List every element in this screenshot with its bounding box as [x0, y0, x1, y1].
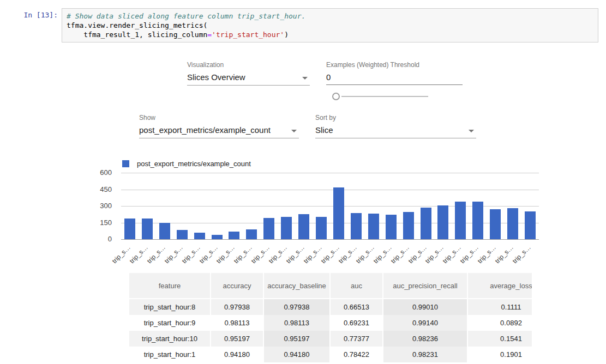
bar[interactable] — [525, 211, 536, 239]
bar[interactable] — [281, 217, 292, 239]
table-cell: 0.94180 — [264, 347, 331, 362]
table-cell: 0.69231 — [331, 315, 383, 331]
table-row: trip_start_hour:100.951970.951970.773770… — [129, 331, 532, 347]
show-label: Show — [139, 114, 299, 122]
table-cell: trip_start_hour:1 — [129, 347, 211, 362]
slider-track — [341, 96, 428, 97]
column-header[interactable]: accuracy_baseline — [264, 273, 331, 299]
column-header[interactable]: auc — [331, 273, 383, 299]
bar[interactable] — [490, 209, 501, 239]
table-cell: trip_start_hour:10 — [129, 331, 211, 347]
cell-prompt: In [13]: — [12, 11, 58, 19]
bar[interactable] — [507, 208, 518, 239]
table-row: trip_start_hour:80.979380.979380.665130.… — [129, 299, 532, 315]
column-header[interactable]: auc_precision_recall — [383, 273, 468, 299]
table-cell: 0.1901 — [468, 347, 532, 362]
code-line: tfma_result_1, slicing_column='trip_star… — [67, 30, 593, 39]
gridline — [121, 173, 539, 173]
bar[interactable] — [124, 219, 135, 239]
y-axis-tick: 450 — [87, 185, 112, 193]
table-cell: trip_start_hour:8 — [129, 299, 211, 315]
table-cell: trip_start_hour:9 — [129, 315, 211, 331]
visualization-value: Slices Overview — [187, 72, 245, 82]
table-cell: 0.1111 — [468, 299, 532, 315]
y-axis-tick: 600 — [87, 168, 112, 177]
table-row: trip_start_hour:90.981130.981130.692310.… — [129, 315, 532, 331]
bar[interactable] — [177, 230, 188, 239]
y-axis-tick: 0 — [87, 235, 112, 243]
slider-knob[interactable] — [332, 93, 340, 100]
bar[interactable] — [437, 205, 448, 239]
bar[interactable] — [421, 208, 431, 239]
visualization-select[interactable]: Visualization Slices Overview — [187, 61, 310, 86]
threshold-field: Examples (Weighted) Threshold — [326, 61, 463, 85]
bar[interactable] — [298, 214, 309, 239]
code-cell[interactable]: # Show data sliced along feature column … — [62, 8, 598, 43]
table-cell: 0.99010 — [383, 299, 468, 315]
chevron-down-icon — [291, 130, 297, 132]
bar[interactable] — [455, 202, 466, 239]
visualization-label: Visualization — [187, 61, 310, 69]
gridline — [121, 239, 539, 240]
bar[interactable] — [159, 223, 170, 239]
bar[interactable] — [316, 217, 327, 239]
threshold-slider[interactable] — [332, 93, 428, 100]
code-comment: # Show data sliced along feature column … — [67, 12, 305, 20]
bar[interactable] — [386, 215, 397, 239]
chevron-down-icon — [302, 77, 308, 80]
threshold-label: Examples (Weighted) Threshold — [326, 61, 463, 69]
show-value: post_export_metrics/example_count — [139, 125, 271, 135]
table-cell: 0.99140 — [383, 315, 468, 331]
bar[interactable] — [246, 229, 257, 239]
table-cell: 0.98231 — [383, 347, 468, 362]
table-cell: 0.98236 — [383, 331, 468, 347]
equals-operator: = — [207, 31, 212, 39]
column-header[interactable]: average_loss — [468, 273, 532, 299]
code-line: tfma.view.render_slicing_metrics( — [67, 21, 593, 30]
bar[interactable] — [263, 218, 274, 239]
table-cell: 0.66513 — [331, 299, 383, 315]
table-cell: 0.78422 — [331, 347, 383, 362]
bar[interactable] — [229, 232, 239, 239]
table-cell: 0.94180 — [211, 347, 264, 362]
y-axis-tick: 300 — [87, 202, 112, 210]
bar[interactable] — [472, 202, 483, 239]
metrics-table: featureaccuracyaccuracy_baselineaucauc_p… — [129, 273, 532, 364]
gridline — [121, 190, 539, 190]
code-string: 'trip_start_hour' — [212, 31, 284, 39]
bar[interactable] — [333, 187, 344, 239]
table-cell: 0.77377 — [331, 331, 383, 347]
chevron-down-icon — [469, 130, 474, 132]
sort-by-label: Sort by — [315, 114, 476, 122]
table-cell: 0.1541 — [468, 331, 532, 347]
bar[interactable] — [142, 219, 153, 239]
table-cell: 0.95197 — [264, 331, 331, 347]
table-cell: 0.0892 — [468, 315, 532, 331]
bar[interactable] — [212, 235, 223, 239]
notebook-page: In [13]: # Show data sliced along featur… — [0, 0, 606, 364]
bar[interactable] — [368, 214, 379, 239]
bar[interactable] — [194, 233, 205, 239]
table-cell: 0.97938 — [211, 299, 264, 315]
bar[interactable] — [351, 213, 362, 239]
code-line: # Show data sliced along feature column … — [67, 11, 593, 21]
column-header[interactable]: accuracy — [211, 273, 264, 299]
threshold-input[interactable] — [326, 71, 463, 85]
table-cell: 0.98113 — [211, 315, 264, 331]
bar-chart: 0150300450600trip_s…trip_s…trip_s…trip_s… — [87, 158, 548, 262]
y-axis-tick: 150 — [87, 219, 112, 227]
plot-area — [121, 173, 539, 239]
table-row: trip_start_hour:10.941800.941800.784220.… — [129, 347, 532, 362]
bar[interactable] — [403, 212, 414, 239]
sort-by-select[interactable]: Sort by Slice — [315, 114, 476, 138]
show-metric-select[interactable]: Show post_export_metrics/example_count — [139, 114, 299, 138]
sort-by-value: Slice — [315, 125, 333, 135]
table-cell: 0.97938 — [264, 299, 331, 315]
table-header-row: featureaccuracyaccuracy_baselineaucauc_p… — [129, 273, 532, 299]
column-header[interactable]: feature — [129, 273, 211, 299]
table-cell: 0.98113 — [264, 315, 331, 331]
table-cell: 0.95197 — [211, 331, 264, 347]
